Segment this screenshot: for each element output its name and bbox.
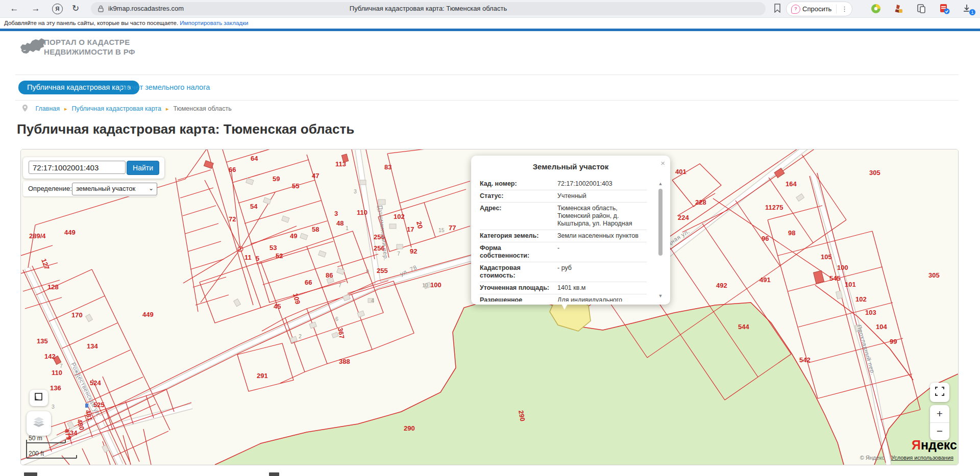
- find-button[interactable]: Найти: [127, 161, 159, 175]
- extension-adguard-icon[interactable]: [871, 4, 881, 14]
- definition-panel: Определение: земельный участок ⌄: [23, 181, 157, 196]
- parcel-number-label: 66: [305, 279, 312, 286]
- extension-clipboard-icon[interactable]: [916, 4, 926, 14]
- tabs-divider: [15, 100, 959, 101]
- popup-scrollbar[interactable]: ▲ ▼: [657, 181, 664, 298]
- parcel-number-label: 102: [394, 213, 405, 220]
- popup-row: Статус:Учтенный: [480, 190, 647, 203]
- zoom-controls: + −: [930, 405, 949, 440]
- tab-land-tax-calc[interactable]: Расчет земельного налога: [119, 83, 210, 91]
- parcel-info-popup: × Земельный участок Кад. номер:72:17:100…: [471, 156, 670, 305]
- downloads-icon[interactable]: 1: [962, 4, 972, 14]
- popup-row-value: Тюменская область, Тюменский район, д. К…: [554, 205, 647, 228]
- parcel-number-label: 66: [229, 166, 236, 173]
- ask-menu-dots[interactable]: ⋮: [836, 5, 848, 13]
- scroll-thumb[interactable]: [658, 189, 663, 256]
- search-input[interactable]: [29, 161, 126, 174]
- scroll-up-icon[interactable]: ▲: [657, 181, 664, 186]
- forward-button[interactable]: →: [29, 2, 43, 16]
- ask-label: Спросить: [802, 5, 831, 13]
- cropped-content-stub: [269, 472, 279, 476]
- building-number-label: 7: [60, 363, 63, 369]
- breadcrumb-item[interactable]: Главная: [35, 105, 60, 112]
- parcel-number-label: 49: [290, 232, 297, 240]
- breadcrumb-item: Тюменская область: [173, 105, 231, 112]
- fullscreen-button[interactable]: [930, 383, 949, 402]
- building-number-label: 10: [422, 282, 428, 288]
- scale-feet: 200 ft: [29, 450, 44, 457]
- building-number-label: 6: [335, 316, 338, 322]
- parcel-number-label: 53: [270, 244, 277, 252]
- parcel-number-label: 55: [292, 182, 299, 190]
- zoom-in-button[interactable]: +: [930, 405, 949, 422]
- terms-link[interactable]: Условия использования: [891, 455, 953, 461]
- bookmarks-hint-text: Добавляйте на эту панель сайты, которые …: [4, 20, 178, 26]
- fullscreen-icon: [935, 387, 944, 398]
- popup-row-value: Для индивидуального жилищного: [554, 296, 647, 302]
- address-bar[interactable]: ik9map.roscadastres.com Публичная кадаст…: [91, 2, 766, 15]
- layers-icon: [32, 416, 45, 431]
- yandex-home-icon[interactable]: Я: [52, 4, 63, 14]
- popup-row-label: Форма собственности:: [480, 244, 554, 260]
- parcel-number-label: 96: [762, 235, 769, 242]
- parcel-number-label: 110: [357, 209, 368, 216]
- popup-title: Земельный участок: [471, 162, 670, 171]
- measure-button[interactable]: [30, 390, 48, 406]
- reload-button[interactable]: ↻: [68, 2, 83, 16]
- popup-row: Кад. номер:72:17:1002001:403: [480, 178, 647, 190]
- scroll-down-icon[interactable]: ▼: [657, 293, 664, 298]
- cropped-content-stub: [24, 472, 37, 476]
- parcel-number-label: 524: [90, 379, 101, 387]
- definition-select[interactable]: земельный участок ⌄: [72, 183, 157, 195]
- parcel-number-label: 170: [71, 311, 83, 319]
- popup-row-value: 72:17:1002001:403: [554, 180, 647, 188]
- building-number-label: 3: [52, 404, 55, 410]
- parcel-number-label: 103: [865, 309, 876, 316]
- parcel-number-label: 52: [276, 252, 283, 260]
- parcel-number-label: 255: [377, 267, 388, 274]
- parcel-number-label: 491: [760, 276, 771, 284]
- parcel-number-label: 305: [869, 169, 880, 177]
- ask-button[interactable]: ? Спросить ⋮: [786, 2, 852, 16]
- popup-row-label: Кад. номер:: [480, 180, 554, 188]
- geo-pin-icon: [22, 106, 29, 113]
- extension-stamp-icon[interactable]: [893, 4, 903, 14]
- parcel-number-label: 289/4: [29, 232, 46, 240]
- import-bookmarks-link[interactable]: Импортировать закладки: [180, 20, 248, 26]
- parcel-number-label: 5: [256, 255, 259, 262]
- building-number-label: 2: [299, 333, 302, 339]
- parcel-number-label: 92: [410, 247, 417, 255]
- parcel-number-label: 100: [837, 264, 848, 271]
- popup-row-label: Кадастровая стоимость:: [480, 264, 554, 280]
- popup-row-label: Адрес:: [480, 205, 554, 228]
- back-button[interactable]: ←: [7, 2, 21, 16]
- parcel-number-label: 228: [695, 198, 706, 206]
- ask-chat-icon: ?: [791, 5, 800, 14]
- parcel-number-label: 136: [50, 384, 61, 392]
- bookmark-icon[interactable]: [774, 4, 781, 15]
- building-number-label: 15: [438, 227, 445, 233]
- breadcrumb-item[interactable]: Публичная кадастровая карта: [72, 105, 161, 112]
- parcel-number-label: 128: [47, 283, 59, 291]
- poi-marker: [85, 404, 88, 408]
- portal-logo-line2: НЕДВИЖИМОСТИ В РФ: [44, 47, 135, 57]
- parcel-number-label: 224: [678, 214, 689, 221]
- bookmarks-hint: Добавляйте на эту панель сайты, которые …: [4, 20, 248, 26]
- page-title: Публичная кадастровая карта: Тюменская о…: [17, 121, 354, 137]
- parcel-number-label: 110: [52, 369, 62, 377]
- breadcrumb-separator: ▸: [64, 106, 67, 112]
- popup-row: Уточненная площадь:1401 кв.м: [480, 282, 647, 294]
- building-number-label: 1: [346, 225, 349, 231]
- parcel-number-label: 102: [855, 295, 867, 303]
- parcel-number-label: 47: [312, 172, 319, 180]
- building-number-label: 7: [397, 250, 400, 257]
- building-number-label: 3: [354, 188, 357, 194]
- parcel-number-label: 11275: [765, 204, 783, 211]
- parcel-number-label: 142: [44, 353, 56, 360]
- scale-meters: 50 m: [29, 435, 42, 442]
- header-divider: [15, 74, 959, 75]
- parcel-number-label: 98: [788, 229, 795, 237]
- layers-button[interactable]: [27, 411, 51, 436]
- extension-pdf-check-icon[interactable]: [939, 4, 949, 14]
- parcel-number-label: 100: [430, 281, 442, 289]
